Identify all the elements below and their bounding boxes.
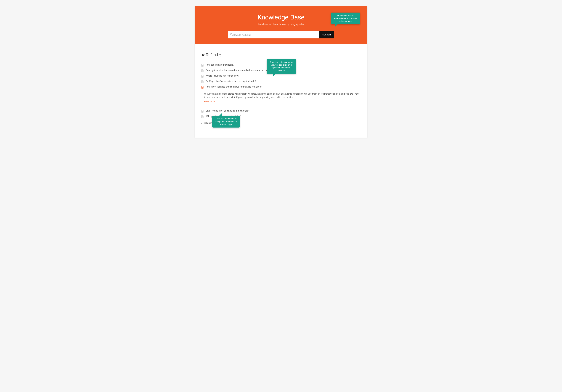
question-title: Do Mageplaza's extensions have encrypted… <box>206 80 256 83</box>
search-input[interactable] <box>233 34 317 36</box>
question-item[interactable]: Where I can find my license key? <box>201 73 361 79</box>
excerpt-text: Q: We're having several stores with diff… <box>204 93 360 98</box>
document-icon <box>201 86 204 89</box>
category-heading: Refund (7) <box>201 53 222 58</box>
question-item[interactable]: How many licenses should I have for mult… <box>201 84 361 90</box>
question-excerpt: Q: We're having several stores with diff… <box>204 92 361 106</box>
hero-banner: Knowledge Base Search our articles or br… <box>195 6 367 44</box>
read-more-link[interactable]: Read more <box>204 100 215 103</box>
folder-icon <box>201 54 205 57</box>
collapse-label: Collapse <box>204 122 212 124</box>
question-title: How many licenses should I have for mult… <box>206 85 262 88</box>
document-icon <box>201 75 204 78</box>
document-icon <box>201 115 204 119</box>
content-area: Refund (7) How can I get your support? C… <box>195 44 367 138</box>
search-row: SEARCH <box>228 31 334 38</box>
question-title: Where I can find my license key? <box>206 74 239 77</box>
svg-line-1 <box>232 35 233 36</box>
document-icon <box>201 64 204 67</box>
category-count: (7) <box>219 54 222 57</box>
search-button[interactable]: SEARCH <box>319 31 334 38</box>
category-name: Refund <box>206 53 218 57</box>
document-icon <box>201 80 204 83</box>
collapse-button[interactable]: » Collapse <box>201 122 212 124</box>
search-icon <box>230 33 233 37</box>
annotation-callout-category: Question category page. Viewers can clic… <box>267 59 296 74</box>
question-item[interactable]: Can I refund after purchasing the extens… <box>201 108 361 114</box>
chevron-double-icon: » <box>201 122 203 124</box>
search-box <box>228 31 319 38</box>
question-title: How can I get your support? <box>206 63 234 66</box>
question-title: Can I refund after purchasing the extens… <box>206 109 250 112</box>
question-item[interactable]: Do Mageplaza's extensions have encrypted… <box>201 79 361 84</box>
document-icon <box>201 69 204 73</box>
document-icon <box>201 110 204 113</box>
page-card: Knowledge Base Search our articles or br… <box>195 6 367 138</box>
annotation-callout-search: Search box is also enabled on the questi… <box>331 12 360 24</box>
annotation-callout-readmore: Click on Read more to navigate to the qu… <box>212 116 240 128</box>
question-title: Can I gather all order's data from sever… <box>206 69 276 71</box>
